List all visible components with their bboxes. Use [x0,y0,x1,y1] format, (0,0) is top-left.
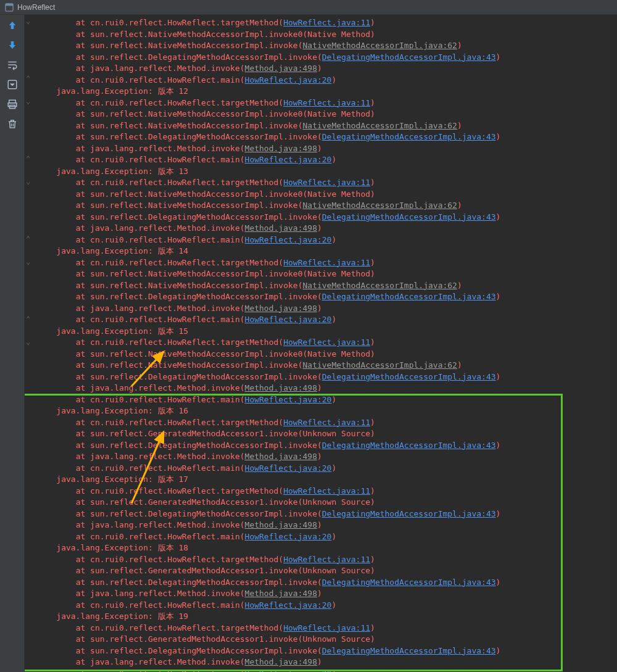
source-link[interactable]: HowReflect.java:20 [245,395,332,404]
source-link[interactable]: NativeMethodAccessorImpl.java:62 [302,41,457,50]
scroll-to-end-icon[interactable] [7,79,18,90]
fold-marker-icon[interactable]: ⌃ [26,235,33,243]
stderr-text: ) [370,486,375,496]
stderr-text: ) [370,338,375,347]
source-link[interactable]: DelegatingMethodAccessorImpl.java:43 [322,509,496,518]
fold-marker-icon[interactable]: ⌃ [26,75,33,82]
stderr-text: at cn.rui0.reflect.HowReflect.targetMeth… [76,98,284,107]
source-link[interactable]: NativeMethodAccessorImpl.java:62 [302,281,457,290]
stderr-text: at sun.reflect.GeneratedMethodAccessor1.… [76,566,375,575]
fold-marker-icon[interactable]: ⌃ [26,155,33,162]
source-link[interactable]: Method.java:498 [245,657,317,666]
down-arrow-icon[interactable] [7,39,18,51]
delete-icon[interactable] [7,118,18,130]
source-link[interactable]: NativeMethodAccessorImpl.java:62 [302,360,457,370]
window-title: HowReflect [17,3,55,12]
source-link[interactable]: Method.java:498 [245,304,317,313]
source-link[interactable]: HowReflect.java:20 [245,155,332,164]
stderr-text: ) [496,441,501,450]
source-link[interactable]: HowReflect.java:20 [245,532,332,541]
source-link[interactable]: HowReflect.java:20 [245,75,332,85]
console-line: at sun.reflect.NativeMethodAccessorImpl.… [37,200,617,212]
source-link[interactable]: HowReflect.java:20 [245,463,332,473]
source-link[interactable]: DelegatingMethodAccessorImpl.java:43 [322,212,496,222]
source-link[interactable]: DelegatingMethodAccessorImpl.java:43 [322,441,496,450]
console-output: at cn.rui0.reflect.HowReflect.targetMeth… [37,17,617,672]
fold-marker-icon[interactable]: ⌃ [26,315,33,323]
stderr-text: java.lang.Exception: 版本 14 [56,246,188,255]
source-link[interactable]: HowReflect.java:11 [283,258,370,267]
tool-gutter [0,15,25,672]
source-link[interactable]: NativeMethodAccessorImpl.java:62 [302,121,457,130]
source-link[interactable]: DelegatingMethodAccessorImpl.java:43 [322,132,496,141]
fold-marker-icon[interactable]: ⌄ [26,338,33,346]
stderr-text: ) [317,144,322,153]
console-line: at sun.reflect.DelegatingMethodAccessorI… [37,371,617,383]
stderr-text: ) [370,18,375,27]
fold-marker-icon[interactable]: ⌄ [26,97,33,105]
up-arrow-icon[interactable] [7,20,18,31]
stderr-text: at sun.reflect.DelegatingMethodAccessorI… [76,646,322,655]
stderr-text: ) [317,589,322,598]
source-link[interactable]: Method.java:498 [245,589,317,598]
source-link[interactable]: HowReflect.java:11 [283,555,370,564]
stderr-text: ) [331,75,336,85]
source-link[interactable]: DelegatingMethodAccessorImpl.java:43 [322,292,496,301]
source-link[interactable]: HowReflect.java:11 [283,338,370,347]
soft-wrap-icon[interactable] [7,59,18,70]
source-link[interactable]: HowReflect.java:11 [283,418,370,427]
svg-rect-1 [6,3,13,6]
source-link[interactable]: HowReflect.java:11 [283,486,370,496]
source-link[interactable]: HowReflect.java:20 [245,235,332,244]
console-line: at sun.reflect.NativeMethodAccessorImpl.… [37,29,617,41]
source-link[interactable]: DelegatingMethodAccessorImpl.java:43 [322,646,496,655]
source-link[interactable]: Method.java:498 [245,383,317,392]
source-link[interactable]: HowReflect.java:11 [283,18,370,27]
source-link[interactable]: Method.java:498 [245,144,317,153]
stderr-text: at cn.rui0.reflect.HowReflect.targetMeth… [76,178,284,187]
source-link[interactable]: HowReflect.java:20 [245,315,332,324]
stderr-text: at sun.reflect.NativeMethodAccessorImpl.… [76,269,375,278]
fold-marker-icon[interactable]: ⌄ [26,258,33,265]
stderr-text: ) [457,41,462,50]
stderr-text: java.lang.Exception: 版本 13 [56,167,188,176]
stderr-text: ) [317,64,322,73]
stderr-text: java.lang.Exception: 版本 17 [56,475,188,484]
stderr-text: at java.lang.reflect.Method.invoke( [76,452,245,461]
stderr-text: at cn.rui0.reflect.HowReflect.targetMeth… [76,555,284,564]
stderr-text: ) [331,155,336,164]
console-line: at sun.reflect.DelegatingMethodAccessorI… [37,212,617,223]
stderr-text: at java.lang.reflect.Method.invoke( [76,64,245,73]
source-link[interactable]: Method.java:498 [245,64,317,73]
console-line: at cn.rui0.reflect.HowReflect.main(HowRe… [37,668,617,673]
fold-marker-icon[interactable]: ⌄ [26,178,33,185]
source-link[interactable]: Method.java:498 [245,520,317,529]
stderr-text: ) [370,178,375,187]
console-line: at cn.rui0.reflect.HowReflect.targetMeth… [37,554,617,566]
source-link[interactable]: DelegatingMethodAccessorImpl.java:43 [322,52,496,62]
stderr-text: ) [457,201,462,210]
stderr-text: ) [331,463,336,473]
console-line: at cn.rui0.reflect.HowReflect.main(HowRe… [37,75,617,86]
source-link[interactable]: HowReflect.java:11 [283,178,370,187]
console-line: at java.lang.reflect.Method.invoke(Metho… [37,223,617,234]
source-link[interactable]: NativeMethodAccessorImpl.java:62 [302,201,457,210]
source-link[interactable]: HowReflect.java:11 [283,623,370,633]
stderr-text: ) [331,669,336,673]
source-link[interactable]: DelegatingMethodAccessorImpl.java:43 [322,372,496,381]
console-line: at sun.reflect.GeneratedMethodAccessor1.… [37,634,617,645]
print-icon[interactable] [7,99,18,110]
source-link[interactable]: HowReflect.java:11 [283,98,370,107]
source-link[interactable]: Method.java:498 [245,223,317,233]
source-link[interactable]: Method.java:498 [245,452,317,461]
source-link[interactable]: HowReflect.java:20 [245,600,332,610]
stderr-text: ) [496,212,501,222]
console-line: at sun.reflect.GeneratedMethodAccessor1.… [37,497,617,508]
source-link[interactable]: DelegatingMethodAccessorImpl.java:43 [322,578,496,587]
fold-marker-icon[interactable]: ⌄ [26,17,33,25]
stderr-text: at cn.rui0.reflect.HowReflect.main( [76,155,245,164]
stderr-text: at java.lang.reflect.Method.invoke( [76,589,245,598]
console-line: at cn.rui0.reflect.HowReflect.targetMeth… [37,177,617,189]
stderr-text: at sun.reflect.DelegatingMethodAccessorI… [76,292,322,301]
source-link[interactable]: HowReflect.java:20 [245,669,332,673]
